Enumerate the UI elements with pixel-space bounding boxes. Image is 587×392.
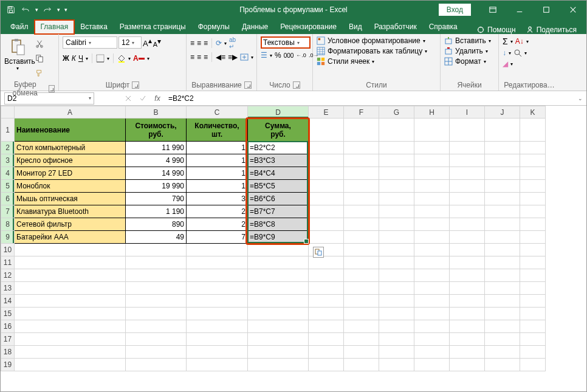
minimize-button[interactable] (506, 1, 533, 18)
row-header-5[interactable]: 5 (1, 180, 15, 193)
cell[interactable]: =B6*C6 (248, 193, 309, 205)
paste-button[interactable]: Вставить ▾ (4, 36, 31, 71)
cell[interactable]: =B7*C7 (248, 205, 309, 218)
col-header-A[interactable]: A (15, 106, 126, 119)
sort-filter-icon[interactable]: A↓ (515, 37, 524, 46)
clear-icon[interactable]: ◢ (503, 60, 508, 68)
cell[interactable]: 1 (187, 154, 248, 167)
increase-font-icon[interactable]: A▴ (143, 36, 152, 48)
col-header-C[interactable]: C (187, 106, 248, 119)
format-as-table-button[interactable]: Форматировать как таблицу▾ (317, 47, 427, 55)
comma-format-icon[interactable]: 000 (284, 52, 294, 59)
cell-styles-button[interactable]: Стили ячеек▾ (317, 57, 427, 66)
col-header-I[interactable]: I (450, 106, 485, 119)
align-middle-icon[interactable]: ≡ (197, 39, 201, 47)
copy-button[interactable] (33, 52, 46, 64)
conditional-formatting-button[interactable]: Условное форматирование▾ (317, 36, 427, 45)
cell[interactable]: 2 (187, 205, 248, 218)
worksheet[interactable]: ABCDEFGHIJK1НаименованиеСтоимость,руб.Ко… (1, 106, 586, 392)
tell-me[interactable]: Помощн (472, 26, 521, 34)
col-header-J[interactable]: J (485, 106, 520, 119)
row-header-15[interactable]: 15 (1, 308, 15, 320)
cell[interactable]: 14 990 (126, 167, 187, 180)
table-header[interactable]: Стоимость,руб. (126, 119, 187, 142)
row-header-3[interactable]: 3 (1, 154, 15, 167)
cell[interactable]: Кресло офисное (15, 154, 126, 167)
col-header-E[interactable]: E (309, 106, 344, 119)
cell[interactable]: Мышь оптическая (15, 193, 126, 205)
cancel-formula-icon[interactable] (121, 92, 136, 105)
orientation-icon[interactable]: ⟳ (216, 39, 222, 47)
increase-indent-icon[interactable]: ≡▶ (228, 53, 238, 61)
align-left-icon[interactable]: ≡ (190, 53, 194, 61)
number-launcher[interactable] (293, 81, 300, 89)
cell[interactable]: 49 (126, 231, 187, 244)
save-button[interactable] (4, 3, 18, 16)
italic-button[interactable]: К (72, 54, 76, 63)
col-header-G[interactable]: G (379, 106, 414, 119)
row-header-9[interactable]: 9 (1, 231, 15, 244)
redo-button[interactable] (41, 3, 54, 16)
cell[interactable]: 890 (126, 218, 187, 231)
enter-formula-icon[interactable] (136, 92, 150, 105)
cell[interactable]: 1 (187, 180, 248, 193)
row-header-16[interactable]: 16 (1, 320, 15, 333)
row-header-1[interactable]: 1 (1, 119, 15, 142)
tab-layout[interactable]: Разметка страницы (114, 20, 192, 34)
row-header-10[interactable]: 10 (1, 244, 15, 256)
select-all-corner[interactable] (1, 106, 15, 119)
name-box[interactable]: D2▾ (4, 92, 94, 105)
borders-button[interactable] (96, 54, 105, 63)
font-name-combo[interactable]: Calibri▾ (63, 36, 117, 49)
row-header-11[interactable]: 11 (1, 256, 15, 269)
row-header-4[interactable]: 4 (1, 167, 15, 180)
align-center-icon[interactable]: ≡ (197, 53, 201, 61)
cell[interactable]: Клавиатура Bluetooth (15, 205, 126, 218)
tab-insert[interactable]: Вставка (74, 20, 114, 34)
format-cells-button[interactable]: Формат▾ (444, 57, 491, 66)
tab-developer[interactable]: Разработчик (368, 20, 423, 34)
row-header-14[interactable]: 14 (1, 295, 15, 308)
row-header-13[interactable]: 13 (1, 282, 15, 295)
alignment-launcher[interactable] (244, 81, 252, 89)
find-select-icon[interactable] (513, 49, 522, 57)
signin-button[interactable]: Вход (439, 4, 471, 16)
cell[interactable]: 19 990 (126, 180, 187, 193)
maximize-button[interactable] (533, 1, 560, 18)
row-header-12[interactable]: 12 (1, 269, 15, 282)
cell[interactable]: 4 990 (126, 154, 187, 167)
cell[interactable]: Батарейки AAA (15, 231, 126, 244)
qat-customize[interactable]: ▾ (63, 3, 69, 16)
col-header-F[interactable]: F (344, 106, 379, 119)
row-header-17[interactable]: 17 (1, 333, 15, 346)
row-header-18[interactable]: 18 (1, 346, 15, 359)
accounting-format-icon[interactable]: ☰ (261, 51, 267, 60)
share-button[interactable]: Поделиться (521, 26, 582, 34)
insert-cells-button[interactable]: Вставить▾ (444, 36, 491, 45)
cut-button[interactable] (33, 38, 46, 50)
cell[interactable]: =B3*C3 (248, 154, 309, 167)
cell[interactable]: Монитор 27 LED (15, 167, 126, 180)
cell[interactable]: 2 (187, 218, 248, 231)
redo-dropdown[interactable]: ▾ (55, 3, 61, 16)
percent-format-icon[interactable]: % (275, 51, 281, 60)
cell[interactable]: 790 (126, 193, 187, 205)
cell[interactable]: 11 990 (126, 142, 187, 154)
tab-help[interactable]: Справка (423, 20, 464, 34)
ribbon-display-options[interactable] (479, 1, 506, 18)
undo-dropdown[interactable]: ▾ (33, 3, 39, 16)
cell[interactable]: =B8*C8 (248, 218, 309, 231)
row-header-19[interactable]: 19 (1, 359, 15, 371)
underline-button[interactable]: Ч (78, 54, 83, 63)
tab-file[interactable]: Файл (4, 20, 35, 34)
undo-button[interactable] (19, 3, 32, 16)
expand-formula-bar[interactable]: ⌄ (574, 95, 586, 101)
table-header[interactable]: Сумма,руб. (248, 119, 309, 142)
row-header-2[interactable]: 2 (1, 142, 15, 154)
cell[interactable]: 7 (187, 231, 248, 244)
col-header-B[interactable]: B (126, 106, 187, 119)
cell[interactable]: =B9*C9 (248, 231, 309, 244)
row-header-7[interactable]: 7 (1, 205, 15, 218)
paste-options-smarttag[interactable] (313, 247, 324, 258)
col-header-D[interactable]: D (248, 106, 309, 119)
